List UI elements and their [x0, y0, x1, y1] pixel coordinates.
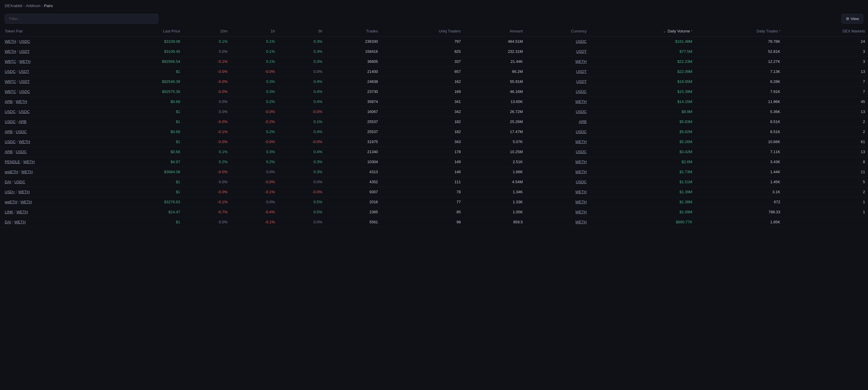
currency-link[interactable]: USDC: [576, 39, 587, 44]
cell-currency[interactable]: WETH: [526, 207, 590, 217]
token-pair-link[interactable]: ARB / USDC: [5, 150, 27, 154]
col-amount[interactable]: Amount: [464, 26, 526, 37]
cell-daily-trades: 11.96K: [695, 97, 783, 107]
view-button[interactable]: ⚙ View: [841, 14, 863, 24]
currency-link[interactable]: WETH: [576, 59, 587, 64]
token-pair-link[interactable]: WETH / USDT: [5, 49, 30, 54]
cell-token-pair[interactable]: ARB / WETH: [0, 97, 112, 107]
cell-currency[interactable]: USDC: [526, 107, 590, 117]
currency-link[interactable]: USDC: [576, 89, 587, 94]
currency-link[interactable]: USDT: [576, 69, 587, 74]
cell-token-pair[interactable]: USD+ / WETH: [0, 187, 112, 197]
filter-input[interactable]: [5, 14, 158, 24]
token-pair-link[interactable]: PENDLE / WETH: [5, 160, 35, 164]
cell-currency[interactable]: WETH: [526, 57, 590, 67]
token-pair-link[interactable]: ARB / WETH: [5, 99, 27, 104]
cell-currency[interactable]: WETH: [526, 197, 590, 207]
currency-link[interactable]: ARB: [579, 120, 587, 124]
col-token-pair[interactable]: Token Pair: [0, 26, 112, 37]
token-pair-link[interactable]: wstETH / WETH: [5, 170, 33, 174]
cell-currency[interactable]: USDC: [526, 147, 590, 157]
currency-link[interactable]: USDC: [576, 150, 587, 154]
cell-token-pair[interactable]: ARB / USDC: [0, 127, 112, 137]
cell-currency[interactable]: USDC: [526, 177, 590, 187]
cell-currency[interactable]: WETH: [526, 217, 590, 227]
token-pair-link[interactable]: WBTC / USDC: [5, 89, 30, 94]
col-10m[interactable]: 10m: [183, 26, 230, 37]
cell-token-pair[interactable]: PENDLE / WETH: [0, 157, 112, 167]
cell-currency[interactable]: USDT: [526, 77, 590, 87]
currency-link[interactable]: WETH: [576, 210, 587, 214]
currency-link[interactable]: USDC: [576, 130, 587, 134]
cell-currency[interactable]: USDC: [526, 87, 590, 97]
cell-token-pair[interactable]: USDC / WETH: [0, 137, 112, 147]
col-daily-volume[interactable]: ⌄ Daily Volume *: [590, 26, 695, 37]
currency-link[interactable]: WETH: [576, 99, 587, 104]
token-pair-link[interactable]: DAI / USDC: [5, 180, 25, 184]
currency-link[interactable]: USDT: [576, 79, 587, 84]
table-row: USD+ / WETH$1-0.0%-0.1%-0.0%9307781.34KW…: [0, 187, 868, 197]
cell-token-pair[interactable]: weETH / WETH: [0, 197, 112, 207]
cell-token-pair[interactable]: USDC / ARB: [0, 117, 112, 127]
token-pair-link[interactable]: WETH / USDC: [5, 39, 30, 44]
cell-currency[interactable]: WETH: [526, 157, 590, 167]
cell-token-pair[interactable]: WETH / USDC: [0, 37, 112, 46]
cell-token-pair[interactable]: wstETH / WETH: [0, 167, 112, 177]
currency-link[interactable]: WETH: [576, 160, 587, 164]
cell-token-pair[interactable]: DAI / WETH: [0, 217, 112, 227]
token-pair-link[interactable]: USDC / WETH: [5, 139, 30, 144]
cell-currency[interactable]: USDC: [526, 127, 590, 137]
col-currency[interactable]: Currency: [526, 26, 590, 37]
token-pair-link[interactable]: WBTC / WETH: [5, 59, 30, 64]
cell-token-pair[interactable]: USDC / USDC: [0, 107, 112, 117]
cell-currency[interactable]: WETH: [526, 97, 590, 107]
currency-link[interactable]: USDT: [576, 49, 587, 54]
currency-link[interactable]: WETH: [576, 220, 587, 224]
col-uniq-traders[interactable]: Uniq Traders: [381, 26, 464, 37]
col-trades[interactable]: Trades: [326, 26, 381, 37]
currency-link[interactable]: WETH: [576, 139, 587, 144]
token-pair-link[interactable]: LINK / WETH: [5, 210, 28, 214]
currency-link[interactable]: WETH: [576, 200, 587, 204]
cell-currency[interactable]: ARB: [526, 117, 590, 127]
cell-last-price: $0.68: [112, 127, 183, 137]
col-last-price[interactable]: Last Price: [112, 26, 183, 37]
cell-currency[interactable]: WETH: [526, 187, 590, 197]
cell-currency[interactable]: USDT: [526, 46, 590, 57]
currency-link[interactable]: WETH: [576, 190, 587, 194]
cell-currency[interactable]: WETH: [526, 167, 590, 177]
cell-currency[interactable]: WETH: [526, 137, 590, 147]
cell-token-pair[interactable]: WBTC / USDC: [0, 87, 112, 97]
currency-link[interactable]: USDC: [576, 109, 587, 114]
cell-token-pair[interactable]: WBTC / WETH: [0, 57, 112, 67]
token-pair-link[interactable]: WBTC / USDT: [5, 79, 30, 84]
cell-token-pair[interactable]: LINK / WETH: [0, 207, 112, 217]
cell-token-pair[interactable]: ARB / USDC: [0, 147, 112, 157]
breadcrumb-arbitrum[interactable]: Arbitrum: [26, 4, 40, 8]
currency-link[interactable]: USDC: [576, 180, 587, 184]
col-dex-markets[interactable]: DEX Markets: [783, 26, 868, 37]
col-3h[interactable]: 3h: [278, 26, 325, 37]
token-pair-link[interactable]: USDC / ARB: [5, 120, 27, 124]
token-pair-link[interactable]: ARB / USDC: [5, 130, 27, 134]
cell-amount: 484.51M: [464, 37, 526, 46]
breadcrumb-dexrabbit[interactable]: DEXrabbit: [5, 4, 22, 8]
col-daily-trades[interactable]: Daily Trades *: [695, 26, 783, 37]
table-row: DAI / USDC$10.0%-0.0%0.0%43521114.54MUSD…: [0, 177, 868, 187]
cell-10m: 0.1%: [183, 37, 230, 46]
cell-token-pair[interactable]: WETH / USDT: [0, 46, 112, 57]
cell-dex-markets: 8: [783, 157, 868, 167]
token-pair-link[interactable]: USD+ / WETH: [5, 190, 30, 194]
col-1h[interactable]: 1h: [230, 26, 278, 37]
token-pair-link[interactable]: weETH / WETH: [5, 200, 32, 204]
cell-10m: 0.0%: [183, 97, 230, 107]
cell-token-pair[interactable]: WBTC / USDT: [0, 77, 112, 87]
cell-token-pair[interactable]: USDC / USDT: [0, 67, 112, 77]
cell-currency[interactable]: USDC: [526, 37, 590, 46]
currency-link[interactable]: WETH: [576, 170, 587, 174]
token-pair-link[interactable]: USDC / USDC: [5, 109, 30, 114]
token-pair-link[interactable]: USDC / USDT: [5, 69, 29, 74]
token-pair-link[interactable]: DAI / WETH: [5, 220, 26, 224]
cell-token-pair[interactable]: DAI / USDC: [0, 177, 112, 187]
cell-currency[interactable]: USDT: [526, 67, 590, 77]
